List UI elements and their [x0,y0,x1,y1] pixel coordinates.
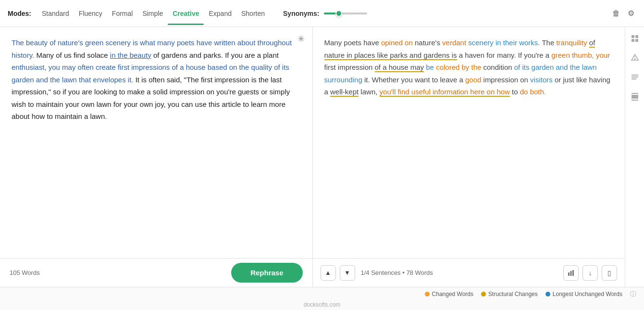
sidebar-btn-3[interactable] [627,69,643,85]
input-text-area[interactable]: ✳ The beauty of nature's green scenery i… [0,27,312,258]
watermark-text: docksofts.com [304,301,341,308]
svg-rect-13 [632,93,638,94]
svg-rect-6 [635,39,638,42]
svg-point-8 [634,56,635,57]
legend-structural: Structural Changes [481,291,538,297]
download-button[interactable]: ↓ [582,265,598,281]
mode-expand[interactable]: Expand [204,8,236,19]
right-footer: ▲ ▼ 1/4 Sentences • 78 Words ↓ ▯ [313,258,625,287]
bar-chart-button[interactable] [563,265,579,281]
word-count: 105 Words [10,269,40,276]
mode-standard[interactable]: Standard [37,8,74,19]
mode-fluency[interactable]: Fluency [74,8,107,19]
sidebar-right [625,27,644,287]
watermark: docksofts.com [0,300,644,310]
svg-rect-1 [570,271,572,276]
svg-rect-10 [632,75,638,76]
structural-dot [481,292,486,297]
copy-button[interactable]: ▯ [602,265,617,281]
svg-rect-3 [632,35,634,38]
mode-simple[interactable]: Simple [137,8,168,19]
legend-bar: Changed Words Structural Changes Longest… [0,287,644,300]
top-right-icons: 🗑 ⚙ [610,7,636,20]
main-content: ✳ The beauty of nature's green scenery i… [0,27,644,287]
svg-rect-5 [632,39,634,42]
legend-changed: Changed Words [425,291,474,297]
synonyms-slider[interactable] [324,9,367,18]
legend-info-icon[interactable]: ⓘ [630,290,636,298]
top-bar: Modes: Standard Fluency Formal Simple Cr… [0,0,644,27]
svg-rect-4 [635,35,638,38]
rephrase-button[interactable]: Rephrase [231,263,302,283]
snowflake-button[interactable]: ✳ [297,34,305,44]
mode-shorten[interactable]: Shorten [236,8,270,19]
sidebar-btn-2[interactable] [627,50,643,65]
sidebar-btn-1[interactable] [627,31,643,46]
svg-rect-15 [632,100,638,101]
unchanged-dot [545,292,550,297]
structural-label: Structural Changes [488,291,538,297]
synonyms-label: Synonyms: [283,10,319,17]
svg-rect-12 [632,78,636,79]
next-sentence-button[interactable]: ▼ [340,265,355,281]
svg-rect-11 [632,77,638,78]
input-text: The beauty of nature's green scenery is … [12,37,301,123]
svg-rect-14 [632,95,638,99]
svg-rect-0 [568,272,570,276]
svg-rect-2 [572,270,574,276]
right-panel: Many poets have opined on nature's verda… [313,27,625,287]
left-panel: ✳ The beauty of nature's green scenery i… [0,27,313,287]
prev-sentence-button[interactable]: ▲ [321,265,336,281]
sidebar-btn-4[interactable] [627,89,643,104]
mode-creative[interactable]: Creative [168,8,204,19]
delete-button[interactable]: 🗑 [610,7,622,20]
unchanged-label: Longest Unchanged Words [553,291,622,297]
settings-button[interactable]: ⚙ [626,7,636,20]
mode-formal[interactable]: Formal [107,8,138,19]
modes-label: Modes: [8,10,31,17]
svg-rect-9 [634,58,635,60]
left-footer: 105 Words Rephrase [0,258,312,287]
output-text: Many poets have opined on nature's verda… [324,37,614,98]
changed-label: Changed Words [432,291,474,297]
sentence-info: 1/4 Sentences • 78 Words [361,269,560,276]
output-text-area: Many poets have opined on nature's verda… [313,27,625,258]
changed-dot [425,292,430,297]
synonyms-section: Synonyms: [283,9,367,18]
legend-unchanged: Longest Unchanged Words [545,291,622,297]
